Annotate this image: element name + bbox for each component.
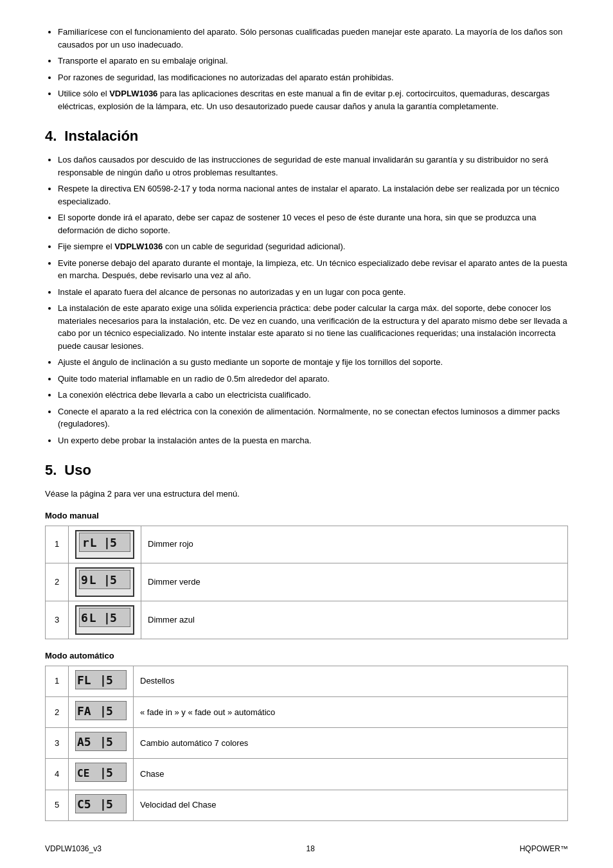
table-row: 3 6L | 5 Dimmer azul	[46, 601, 568, 639]
svg-text:FL: FL	[77, 673, 91, 687]
row-display: C5 | 5	[69, 790, 134, 820]
section4-title: Instalación	[64, 128, 138, 145]
table-row: 1 FL | 5 Destellos	[46, 666, 568, 696]
row-display: 6L | 5	[69, 601, 141, 639]
svg-text:5: 5	[106, 766, 113, 779]
row-num: 4	[46, 759, 69, 790]
table-row: 3 A5 | 5 Cambio automático 7 colores	[46, 728, 568, 759]
s4-bullet-12: Un experto debe probar la instalación an…	[58, 434, 568, 447]
footer: VDPLW1036_v3 18 HQPOWER™	[45, 844, 568, 853]
footer-center: 18	[306, 844, 315, 853]
row-display: CE | 5	[69, 759, 134, 790]
svg-text:5: 5	[106, 673, 113, 687]
top-bullet-1: Familiarícese con el funcionamiento del …	[58, 26, 568, 51]
svg-text:9L: 9L	[81, 573, 98, 587]
svg-text:CE: CE	[77, 767, 89, 779]
section4-bullet-list: Los daños causados por descuido de las i…	[45, 154, 568, 447]
row-label: Dimmer rojo	[141, 526, 568, 563]
section4-number: 4.	[45, 128, 57, 145]
table-row: 5 C5 | 5 Velocidad del Chase	[46, 790, 568, 820]
row-display: A5 | 5	[69, 728, 134, 759]
svg-text:5: 5	[110, 573, 118, 587]
section5-heading: 5. Uso	[45, 462, 568, 479]
row-label: Cambio automático 7 colores	[134, 728, 568, 759]
s4-bullet-9: Quite todo material inflamable en un rad…	[58, 373, 568, 385]
svg-text:5: 5	[110, 611, 118, 624]
s4-bullet-2: Respete la directiva EN 60598-2-17 y tod…	[58, 182, 568, 208]
svg-text:5: 5	[106, 797, 113, 811]
display-icon: rL | 5	[75, 530, 134, 559]
table-row: 4 CE | 5 Chase	[46, 759, 568, 790]
s4-bullet-5: Evite ponerse debajo del aparato durante…	[58, 257, 568, 282]
svg-text:A5: A5	[77, 735, 91, 748]
svg-text:FA: FA	[77, 704, 91, 718]
svg-text:rL: rL	[82, 536, 98, 549]
page: Familiarícese con el funcionamiento del …	[0, 0, 613, 868]
s4-bullet-6: Instale el aparato fuera del alcance de …	[58, 286, 568, 299]
row-num: 2	[46, 697, 69, 728]
row-num: 3	[46, 601, 69, 639]
row-num: 5	[46, 790, 69, 820]
row-display: FA | 5	[69, 697, 134, 728]
manual-mode-table: 1 rL | 5 Dimmer rojo 2	[45, 526, 568, 639]
section5-title: Uso	[64, 462, 91, 479]
s4-bullet-10: La conexión eléctrica debe llevarla a ca…	[58, 389, 568, 402]
row-label: Chase	[134, 759, 568, 790]
s4-bullet-4: Fije siempre el VDPLW1036 con un cable d…	[58, 240, 568, 253]
section4-heading: 4. Instalación	[45, 128, 568, 145]
section5-intro: Véase la página 2 para ver una estructur…	[45, 488, 568, 500]
svg-text:5: 5	[106, 704, 113, 718]
row-num: 3	[46, 728, 69, 759]
top-bullet-4: Utilice sólo el VDPLW1036 para las aplic…	[58, 87, 568, 112]
vdplw1036-bold-1: VDPLW1036	[109, 89, 157, 98]
footer-right: HQPOWER™	[520, 844, 568, 853]
s4-bullet-8: Ajuste el ángulo de inclinación a su gus…	[58, 356, 568, 369]
svg-text:5: 5	[110, 536, 118, 549]
auto-mode-table: 1 FL | 5 Destellos 2 FA	[45, 666, 568, 821]
row-label: Velocidad del Chase	[134, 790, 568, 820]
top-bullet-3: Por razones de seguridad, las modificaci…	[58, 71, 568, 84]
table-row: 2 FA | 5 « fade in » y « fade out » auto…	[46, 697, 568, 728]
svg-text:6L: 6L	[81, 611, 98, 624]
vdplw1036-bold-2: VDPLW1036	[114, 242, 163, 251]
display-icon: 6L | 5	[75, 605, 134, 635]
row-num: 1	[46, 526, 69, 563]
svg-text:C5: C5	[77, 797, 91, 811]
row-display: FL | 5	[69, 666, 134, 696]
top-bullet-2: Transporte el aparato en su embalaje ori…	[58, 55, 568, 67]
row-label: Destellos	[134, 666, 568, 696]
modo-auto-heading: Modo automático	[45, 651, 568, 660]
row-num: 2	[46, 563, 69, 601]
table-row: 2 9L | 5 Dimmer verde	[46, 563, 568, 601]
s4-bullet-3: El soporte donde irá el aparato, debe se…	[58, 211, 568, 236]
section5-number: 5.	[45, 462, 57, 479]
svg-text:5: 5	[106, 735, 113, 748]
footer-left: VDPLW1036_v3	[45, 844, 102, 853]
modo-manual-heading: Modo manual	[45, 511, 568, 520]
table-row: 1 rL | 5 Dimmer rojo	[46, 526, 568, 563]
display-icon: 9L | 5	[75, 567, 134, 597]
row-num: 1	[46, 666, 69, 696]
row-label: Dimmer azul	[141, 601, 568, 639]
s4-bullet-1: Los daños causados por descuido de las i…	[58, 154, 568, 179]
row-label: « fade in » y « fade out » automático	[134, 697, 568, 728]
row-label: Dimmer verde	[141, 563, 568, 601]
top-bullet-list: Familiarícese con el funcionamiento del …	[45, 26, 568, 112]
s4-bullet-7: La instalación de este aparato exige una…	[58, 302, 568, 352]
row-display: 9L | 5	[69, 563, 141, 601]
s4-bullet-11: Conecte el aparato a la red eléctrica co…	[58, 405, 568, 430]
row-display: rL | 5	[69, 526, 141, 563]
